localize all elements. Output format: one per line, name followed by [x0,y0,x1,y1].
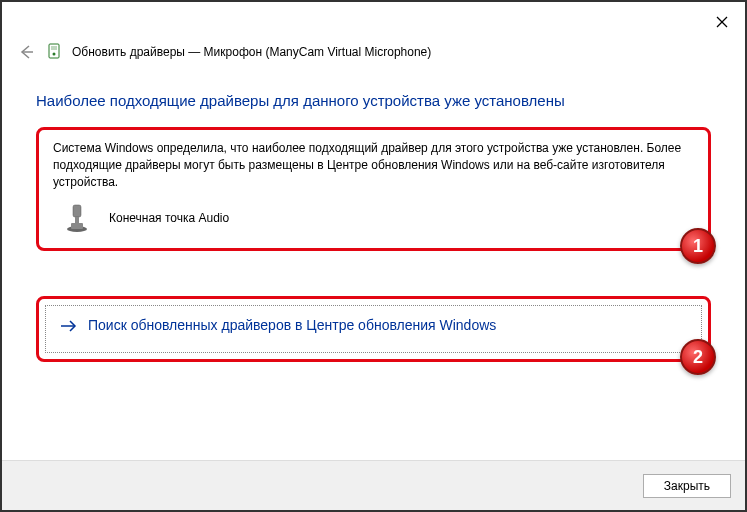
page-heading: Наиболее подходящие драйверы для данного… [36,92,711,109]
content-area: Наиболее подходящие драйверы для данного… [2,72,745,362]
arrow-left-icon [17,43,35,61]
svg-rect-6 [73,205,81,217]
search-updates-link[interactable]: Поиск обновленных драйверов в Центре обн… [45,305,702,353]
device-row: Конечная точка Audio [63,202,694,234]
close-icon [716,16,728,28]
header-title: Обновить драйверы — Микрофон (ManyCam Vi… [72,45,431,59]
titlebar [2,2,745,42]
device-name: Конечная точка Audio [109,211,229,225]
annotation-badge-1: 1 [680,228,716,264]
badge-number: 1 [693,236,703,257]
device-icon [46,42,62,62]
svg-rect-9 [71,223,83,229]
info-callout: Система Windows определила, что наиболее… [36,127,711,251]
arrow-right-icon [60,318,78,338]
dialog-window: Обновить драйверы — Микрофон (ManyCam Vi… [0,0,747,512]
footer: Закрыть [2,460,745,510]
link-text: Поиск обновленных драйверов в Центре обн… [88,316,496,334]
close-button[interactable] [699,2,745,42]
annotation-badge-2: 2 [680,339,716,375]
info-text: Система Windows определила, что наиболее… [53,140,694,190]
badge-number: 2 [693,347,703,368]
header-bar: Обновить драйверы — Микрофон (ManyCam Vi… [2,42,745,72]
audio-endpoint-icon [63,202,91,234]
link-callout: Поиск обновленных драйверов в Центре обн… [36,296,711,362]
svg-rect-4 [51,46,57,50]
back-button[interactable] [16,42,36,62]
close-footer-button[interactable]: Закрыть [643,474,731,498]
svg-point-5 [53,53,56,56]
